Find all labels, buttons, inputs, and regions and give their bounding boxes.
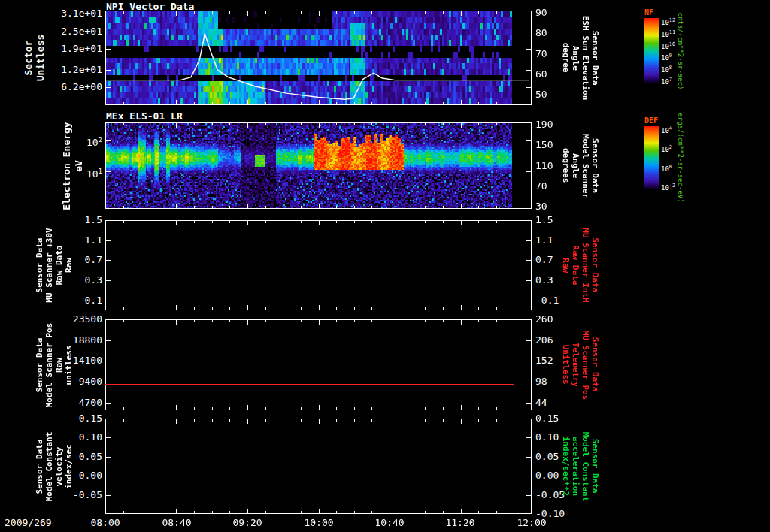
x-tickmark	[425, 11, 426, 14]
x-tickmark	[443, 320, 444, 322]
y-tickmark	[106, 319, 111, 320]
x-tickmark	[408, 307, 408, 310]
left-axis-label: Sector Unitless	[23, 35, 47, 82]
x-tickmark	[496, 11, 497, 14]
y-tickmark	[106, 220, 111, 221]
x-tickmark	[141, 206, 141, 208]
x-tickmark	[461, 320, 462, 325]
x-tickmark	[514, 206, 514, 208]
y-tickmark	[526, 220, 531, 221]
right-axis-label: Sensor Data MU Scanner Pos Telemetry Uni…	[561, 330, 600, 400]
x-tickmark	[194, 320, 195, 322]
y-tickmark	[526, 382, 531, 382]
right-tick-label: 44	[535, 397, 547, 409]
left-axis-label: Sensor Data Model Scanner Pos Raw unitle…	[35, 322, 74, 407]
x-tickmark	[194, 221, 195, 223]
x-tickmark	[461, 509, 462, 513]
x-tickmark	[478, 102, 479, 104]
y-tickmark	[106, 171, 111, 172]
y-tickmark	[106, 280, 111, 281]
x-tickmark	[105, 320, 106, 325]
x-tickmark	[212, 307, 213, 310]
y-tickmark	[526, 457, 531, 458]
data-series-line	[105, 476, 514, 476]
x-tickmark	[176, 509, 177, 513]
x-tickmark	[496, 307, 497, 310]
x-tickmark	[354, 11, 355, 14]
x-tickmark	[301, 511, 302, 513]
x-tickmark	[514, 221, 514, 223]
right-axis-label: Sensor Data MU Scanner IntH Raw Data Raw	[561, 228, 600, 302]
x-tickmark	[283, 123, 283, 125]
x-tickmark	[443, 123, 444, 125]
x-tickmark	[105, 419, 106, 424]
x-tickmark	[461, 405, 462, 410]
y-tickmark	[526, 87, 531, 88]
x-tickmark	[176, 11, 177, 16]
x-tickmark	[354, 221, 355, 223]
x-tickmark	[408, 407, 408, 410]
y-tickmark	[106, 32, 111, 32]
y-tickmark	[106, 382, 111, 382]
x-tickmark	[390, 405, 390, 410]
x-tickmark	[371, 407, 372, 410]
x-tickmark	[194, 11, 195, 14]
y-tickmark	[526, 419, 531, 419]
data-series-line	[105, 292, 514, 292]
x-tickmark	[141, 102, 141, 104]
x-tickmark	[408, 320, 408, 322]
x-tickmark	[336, 511, 337, 513]
x-tickmark	[247, 221, 248, 225]
x-tickmark	[229, 206, 230, 208]
x-tickmark	[123, 206, 124, 208]
x-tickmark	[159, 511, 159, 513]
nf-colorbar-tick-label: 108	[661, 65, 672, 74]
def-colorbar-title: DEF	[644, 116, 658, 125]
x-tickmark	[265, 307, 266, 310]
x-tickmark	[319, 305, 320, 310]
nf-colorbar-gradient	[644, 18, 659, 84]
x-tickmark	[425, 320, 426, 322]
x-tickmark	[354, 206, 355, 208]
x-tickmark	[247, 100, 248, 104]
x-tickmark	[229, 320, 230, 322]
x-tickmark	[354, 419, 355, 422]
x-tickmark	[319, 320, 320, 325]
y-tickmark	[526, 301, 531, 301]
x-tickmark	[141, 123, 141, 125]
left-tick-label: 101	[0, 165, 102, 180]
x-tickmark	[390, 100, 390, 104]
x-tickmark	[371, 206, 372, 208]
x-tickmark	[123, 123, 124, 125]
data-series-line	[105, 384, 514, 385]
right-tick-label: 90	[535, 7, 547, 19]
x-tickmark	[496, 511, 497, 513]
x-tickmark	[265, 102, 266, 104]
x-tickmark	[514, 320, 514, 322]
x-tickmark	[229, 123, 230, 125]
y-tickmark	[526, 319, 531, 320]
x-tickmark	[283, 307, 283, 310]
x-tickmark	[371, 511, 372, 513]
x-tick-label: 12:00	[509, 517, 554, 528]
x-tickmark	[247, 204, 248, 208]
x-tickmark	[105, 509, 106, 513]
x-tickmark	[514, 102, 514, 104]
x-tickmark	[478, 11, 479, 14]
x-tickmark	[461, 221, 462, 225]
y-tickmark	[526, 14, 531, 14]
x-tickmark	[283, 11, 283, 14]
x-tickmark	[194, 206, 195, 208]
x-tickmark	[212, 419, 213, 422]
x-tickmark	[194, 511, 195, 513]
x-tickmark	[354, 407, 355, 410]
x-tickmark	[212, 511, 213, 513]
y-tickmark	[106, 361, 111, 361]
right-tick-label: 0.7	[535, 254, 553, 266]
x-tickmark	[141, 320, 141, 322]
nf-colorbar-tick-label: 1010	[661, 41, 675, 50]
x-tickmark	[283, 419, 283, 422]
panel-frame	[105, 220, 532, 310]
x-tickmark	[247, 419, 248, 424]
x-tickmark	[159, 407, 159, 410]
